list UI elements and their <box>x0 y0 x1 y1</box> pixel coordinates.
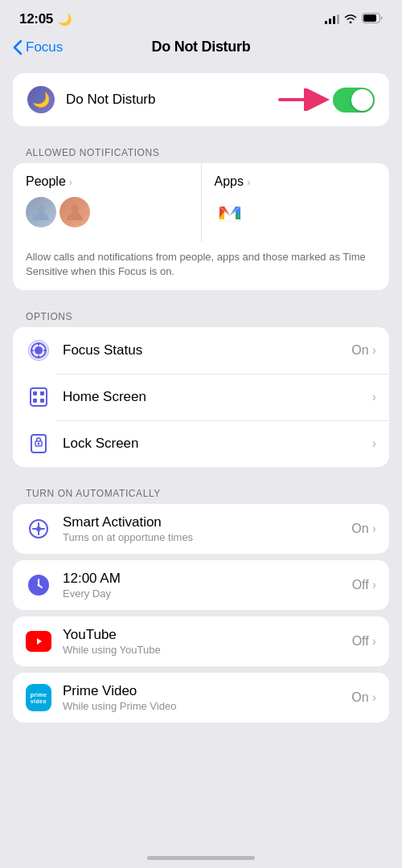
back-button[interactable]: Focus <box>13 39 63 55</box>
pink-arrow-icon <box>277 88 333 111</box>
focus-status-content: Focus Status <box>63 342 340 358</box>
prime-icon: prime video <box>26 685 51 710</box>
prime-chevron: › <box>372 690 376 705</box>
youtube-card: YouTube While using YouTube Off › <box>13 616 389 666</box>
time-card: 12:00 AM Every Day Off › <box>13 560 389 610</box>
clock-icon <box>26 572 51 598</box>
dnd-card: 🌙 Do Not Disturb <box>13 73 389 126</box>
focus-status-title: Focus Status <box>63 342 340 358</box>
apps-title: Apps <box>215 174 244 189</box>
svg-rect-11 <box>31 388 47 406</box>
status-time: 12:05 <box>19 11 53 27</box>
home-screen-chevron: › <box>372 390 376 404</box>
svg-rect-1 <box>363 14 376 22</box>
home-indicator <box>147 856 255 860</box>
gmail-icon <box>215 197 245 227</box>
moon-icon: 🌙 <box>58 13 72 26</box>
status-bar: 12:05 🌙 <box>0 0 402 32</box>
allowed-notifications-card: People › <box>13 163 389 290</box>
prime-row[interactable]: prime video Prime Video While using Prim… <box>13 673 389 723</box>
smart-activation-icon <box>26 516 51 542</box>
prime-title: Prime Video <box>63 683 340 699</box>
people-avatars <box>26 197 188 227</box>
toggle-knob <box>351 89 373 111</box>
smart-activation-content: Smart Activation Turns on at opportune t… <box>63 514 340 543</box>
lock-screen-right: › <box>372 436 376 451</box>
smart-activation-subtitle: Turns on at opportune times <box>63 531 340 543</box>
svg-point-5 <box>71 205 79 213</box>
wifi-icon <box>344 12 357 27</box>
dnd-moon-icon: 🌙 <box>27 86 55 113</box>
focus-status-row[interactable]: Focus Status On › <box>13 327 389 374</box>
people-cell-header: People › <box>26 174 188 189</box>
people-cell[interactable]: People › <box>13 163 202 242</box>
home-screen-row[interactable]: Home Screen › <box>13 374 389 420</box>
options-card: Focus Status On › Home Screen <box>13 327 389 467</box>
smart-activation-right: On › <box>351 522 376 536</box>
home-screen-right: › <box>372 390 376 404</box>
prime-value: On <box>351 690 368 705</box>
svg-rect-14 <box>33 399 37 403</box>
svg-rect-12 <box>33 391 37 395</box>
home-screen-icon <box>26 384 51 410</box>
youtube-row[interactable]: YouTube While using YouTube Off › <box>13 616 389 666</box>
lock-screen-chevron: › <box>372 436 376 451</box>
youtube-icon <box>26 628 51 654</box>
smart-activation-card: Smart Activation Turns on at opportune t… <box>13 504 389 554</box>
time-chevron: › <box>372 578 376 592</box>
focus-status-icon <box>26 338 51 363</box>
youtube-content: YouTube While using YouTube <box>63 627 341 656</box>
prime-card: prime video Prime Video While using Prim… <box>13 673 389 723</box>
auto-header: TURN ON AUTOMATICALLY <box>13 473 389 504</box>
apps-chevron: › <box>247 176 250 188</box>
time-row[interactable]: 12:00 AM Every Day Off › <box>13 560 389 610</box>
smart-activation-value: On <box>351 522 368 536</box>
home-screen-content: Home Screen <box>63 389 361 405</box>
apps-cell-header: Apps › <box>215 174 377 189</box>
people-title: People <box>26 174 66 189</box>
avatar-1 <box>26 197 56 227</box>
allowed-grid: People › <box>13 163 389 242</box>
people-chevron: › <box>69 176 72 188</box>
prime-right: On › <box>351 690 376 705</box>
youtube-chevron: › <box>372 634 376 649</box>
smart-activation-title: Smart Activation <box>63 514 340 530</box>
youtube-subtitle: While using YouTube <box>63 644 341 656</box>
status-icons <box>325 12 383 27</box>
youtube-value: Off <box>352 634 369 649</box>
svg-rect-15 <box>40 399 44 403</box>
home-screen-title: Home Screen <box>63 389 361 405</box>
svg-rect-13 <box>40 391 44 395</box>
svg-point-20 <box>36 526 41 531</box>
battery-icon <box>362 12 383 27</box>
lock-screen-row[interactable]: Lock Screen › <box>13 420 389 467</box>
smart-activation-row[interactable]: Smart Activation Turns on at opportune t… <box>13 504 389 554</box>
arrow-wrapper <box>277 88 375 113</box>
time-value: Off <box>352 578 369 592</box>
allowed-description: Allow calls and notifications from peopl… <box>13 242 389 290</box>
back-label: Focus <box>26 39 63 55</box>
smart-activation-chevron: › <box>372 522 376 536</box>
dnd-toggle[interactable] <box>333 88 375 113</box>
focus-status-chevron: › <box>372 343 376 358</box>
svg-point-18 <box>38 443 40 445</box>
prime-subtitle: While using Prime Video <box>63 700 340 712</box>
avatar-2 <box>59 197 90 227</box>
time-title: 12:00 AM <box>63 571 341 587</box>
svg-point-8 <box>35 346 43 354</box>
time-right: Off › <box>352 578 376 592</box>
apps-cell[interactable]: Apps › <box>202 163 390 242</box>
prime-content: Prime Video While using Prime Video <box>63 683 340 712</box>
dnd-row: 🌙 Do Not Disturb <box>13 73 389 126</box>
svg-marker-24 <box>37 638 42 645</box>
nav-bar: Focus Do Not Disturb <box>0 32 402 65</box>
time-content: 12:00 AM Every Day <box>63 571 341 600</box>
lock-screen-title: Lock Screen <box>63 436 361 452</box>
focus-status-value: On <box>351 343 368 358</box>
signal-icon <box>325 14 339 24</box>
focus-status-right: On › <box>351 343 376 358</box>
page-title: Do Not Disturb <box>152 39 251 55</box>
youtube-title: YouTube <box>63 627 341 643</box>
lock-screen-content: Lock Screen <box>63 436 361 452</box>
youtube-right: Off › <box>352 634 376 649</box>
